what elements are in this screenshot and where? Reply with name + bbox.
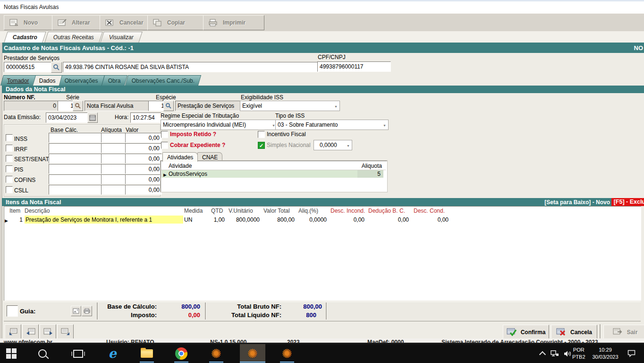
inss-checkbox[interactable] [6, 134, 13, 141]
chrome-button[interactable] [170, 344, 193, 363]
tab-cadastro[interactable]: Cadastro [4, 32, 46, 43]
atividade-row[interactable]: OutrosServiços [161, 170, 357, 178]
cofins-valor-field[interactable]: 0,00 [125, 174, 162, 184]
pis-valor-field[interactable]: 0,00 [125, 164, 162, 174]
irrf-checkbox[interactable] [6, 145, 13, 152]
exigibilidade-select[interactable]: Exigível [240, 101, 340, 111]
file-explorer-button[interactable] [136, 344, 158, 363]
cancela-button[interactable]: Cancela [551, 325, 597, 339]
language-line2: PTB2 [572, 354, 585, 361]
fiscal-app-3-button[interactable] [276, 344, 298, 363]
numero-nf-field[interactable]: 0 [4, 101, 59, 111]
tab-dados[interactable]: Dados [33, 75, 62, 86]
calendar-button[interactable] [87, 112, 98, 123]
imprimir-button[interactable]: Imprimir [203, 15, 264, 30]
cpf-field[interactable]: 49938796000117 [317, 61, 391, 72]
inss-base-field[interactable] [49, 133, 104, 143]
row-marker-icon [5, 217, 8, 224]
item-cell-deducao-bc[interactable]: 0,00 [366, 216, 409, 224]
inss-label: INSS [14, 136, 27, 142]
item-cell-desc-cond[interactable]: 0,00 [411, 216, 449, 224]
csll-checkbox[interactable] [6, 186, 13, 193]
inss-aliquota-field[interactable] [101, 133, 128, 143]
tab-outras-receitas[interactable]: Outras Receitas [44, 32, 103, 43]
item-cell-numero[interactable]: 1 [8, 216, 23, 224]
fiscal-app-1-button[interactable] [205, 344, 228, 363]
start-button[interactable] [0, 344, 23, 363]
prestador-search-button[interactable] [51, 62, 62, 73]
simples-nacional-checkbox[interactable] [258, 142, 265, 149]
irrf-valor-field[interactable]: 0,00 [125, 143, 162, 153]
col-deducao-bc: Dedução B. C. [368, 207, 411, 215]
notification-center-button[interactable] [622, 344, 641, 363]
base-calculo-value: 800,00 [161, 303, 200, 310]
regime-select[interactable]: Microempresário Individual (MEI) [161, 120, 278, 130]
clock[interactable]: 10:29 30/03/2023 [588, 346, 622, 361]
item-cell-valor-total[interactable]: 800,00 [262, 216, 295, 224]
nav-next-button[interactable] [40, 324, 56, 339]
sest-senat-valor-field[interactable]: 0,00 [125, 154, 162, 164]
tab-cnae[interactable]: CNAE [197, 152, 222, 162]
cofins-aliquota-field[interactable] [101, 174, 128, 184]
copiar-button[interactable]: Copiar [147, 15, 204, 30]
nav-prev-button[interactable] [22, 324, 39, 339]
serie-search-button[interactable] [73, 101, 83, 111]
item-cell-desc-incond[interactable]: 0,00 [329, 216, 364, 224]
inss-valor-field[interactable]: 0,00 [125, 133, 162, 143]
imposto-label: Imposto: [99, 311, 157, 319]
prestador-name-field[interactable]: 49.938.796 CINTIA ROSANE DA SILVA BATIST… [63, 62, 319, 72]
pis-aliquota-field[interactable] [101, 164, 128, 174]
nav-first-button[interactable] [5, 324, 21, 339]
fiscal-app-2-button[interactable] [241, 344, 264, 363]
tab-tomador[interactable]: Tomador [0, 75, 36, 86]
guia-view-button[interactable] [71, 306, 81, 316]
incentivo-fiscal-checkbox[interactable] [258, 131, 265, 138]
sair-button[interactable]: Sair [603, 325, 644, 339]
tab-obra[interactable]: Obra [102, 75, 127, 86]
irrf-aliquota-field[interactable] [101, 143, 128, 153]
pis-checkbox[interactable] [6, 165, 13, 173]
language-indicator[interactable]: POR PTB2 [572, 346, 585, 361]
confirma-button[interactable]: Confirma [503, 325, 549, 339]
hora-field[interactable]: 10:27:54 [130, 112, 161, 123]
tab-observacoes-canc-sub[interactable]: Observações Canc./Sub. [125, 75, 202, 86]
data-emissao-field[interactable]: 03/04/2023 [46, 112, 91, 123]
item-cell-aliq[interactable]: 0,0000 [297, 216, 327, 224]
atividade-row-aliquota[interactable]: 5 [357, 170, 383, 178]
tipo-iss-select[interactable]: 03 - Sobre Faturamento [275, 120, 389, 130]
csll-base-field[interactable] [49, 185, 104, 195]
network-tray-button[interactable] [548, 344, 562, 363]
row-marker-icon [163, 171, 167, 178]
tab-atividades[interactable]: Atividades [162, 152, 198, 162]
especie-search-button[interactable] [163, 101, 174, 111]
internet-explorer-button[interactable] [101, 344, 124, 363]
pis-base-field[interactable] [49, 164, 104, 174]
serie-desc-field[interactable]: Nota Fiscal Avulsa [85, 101, 151, 111]
item-cell-qtd[interactable]: 1,00 [209, 216, 225, 224]
search-icon [53, 64, 60, 71]
cobrar-expediente-checkbox[interactable] [161, 142, 168, 149]
csll-valor-field[interactable]: 0,00 [125, 185, 162, 195]
csll-aliquota-field[interactable] [101, 185, 128, 195]
pis-label: PIS [14, 166, 23, 173]
sest-senat-checkbox[interactable] [6, 155, 13, 162]
sest-senat-aliquota-field[interactable] [101, 154, 128, 164]
guia-checkbox[interactable] [7, 305, 18, 317]
taskbar-search-button[interactable] [31, 344, 54, 363]
cofins-base-field[interactable] [49, 174, 104, 184]
nav-last-button[interactable] [57, 324, 74, 339]
prestador-code-field[interactable]: 000006515 [4, 62, 52, 72]
guia-print-button[interactable] [82, 306, 92, 316]
irrf-base-field[interactable] [49, 143, 104, 153]
especie-desc-field[interactable]: Prestação de Serviços [175, 101, 242, 111]
item-cell-medida[interactable]: UN [184, 216, 209, 224]
item-cell-v-unitario[interactable]: 800,0000 [226, 216, 260, 224]
imposto-retido-checkbox[interactable] [161, 131, 168, 138]
cofins-checkbox[interactable] [6, 176, 13, 183]
simples-aliquota-select[interactable]: 0,0000 [314, 140, 352, 150]
item-cell-descricao[interactable]: Prestação de Serviços de Monitora I, ref… [25, 216, 183, 224]
task-view-button[interactable] [67, 344, 89, 363]
tab-observacoes[interactable]: Observações [58, 75, 105, 86]
tab-visualizar[interactable]: Visualizar [100, 32, 142, 43]
sest-senat-base-field[interactable] [49, 154, 104, 164]
